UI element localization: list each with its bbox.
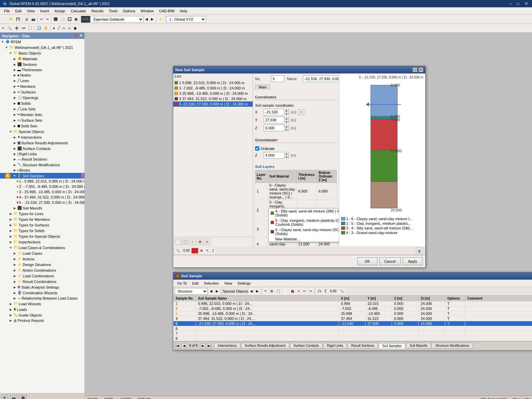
ss-sum-btn[interactable]: Σ	[323, 288, 328, 295]
expand-project[interactable]: ▼	[5, 46, 9, 50]
nav-member-sets[interactable]: ▶ ━ Member Sets	[0, 112, 84, 117]
nav-btn-video[interactable]: 🎥	[19, 395, 27, 399]
btab-structure-mods[interactable]: Structure Modifications	[432, 343, 473, 348]
expand-surfcontacts[interactable]: ▶	[13, 147, 17, 151]
soil-dialog-close-btn[interactable]: ✕	[419, 67, 423, 72]
member-btn[interactable]: ━	[62, 25, 66, 32]
expand-sections[interactable]: ▶	[13, 63, 17, 66]
soil-list-item-2[interactable]: 2 -7.002, -8.485, 0.000 m | Σt : 24.000 …	[173, 85, 253, 91]
ss-spec-prev-btn[interactable]: ◀	[249, 288, 254, 295]
nav-rigid-links[interactable]: ▶ | Rigid Links	[0, 151, 84, 157]
menu-options[interactable]: Options	[120, 8, 138, 14]
ss-row-8[interactable]: 8	[174, 336, 532, 341]
expand-thick[interactable]: ▶	[13, 68, 17, 72]
expand-relationshiplc[interactable]: ▶	[13, 296, 17, 300]
ss-filter-btn[interactable]: ▦	[290, 288, 295, 295]
soil-list-copy-btn[interactable]: 📋	[182, 238, 189, 245]
gz-arrows[interactable]: ▲ ▼	[284, 152, 289, 159]
expand-actions[interactable]: ▶	[13, 257, 17, 261]
nav-surface-results[interactable]: ▶ ▦ Surface Results Adjustments	[0, 140, 84, 146]
apply-button[interactable]: Apply	[403, 257, 423, 265]
soil-list-item-1[interactable]: 1 5.998, 22.015, 0.000 m | Σt : 24.000 m	[173, 80, 253, 85]
ss-menu-settings[interactable]: Settings	[235, 281, 253, 286]
ordinate-checkbox[interactable]	[255, 146, 259, 151]
y-down-btn[interactable]: ▼	[284, 120, 289, 123]
nav-pin-icon[interactable]: 📌	[73, 34, 78, 38]
nav-materials[interactable]: ▶ 🔶 Materials	[0, 56, 84, 62]
gz-up-btn[interactable]: ▲	[284, 152, 289, 155]
cancel-button[interactable]: Cancel	[379, 257, 401, 265]
expand-surfsets[interactable]: ▶	[13, 118, 17, 122]
expand-actioncomb[interactable]: ▶	[13, 268, 17, 272]
cs-dropdown[interactable]: 1 - Global XYZ	[166, 16, 206, 23]
nav-sections[interactable]: ▶ ⬛ Sections	[0, 62, 84, 67]
z-down-btn[interactable]: ▼	[284, 128, 289, 131]
expand-special[interactable]: ▼	[9, 130, 13, 134]
nav-static-analysis[interactable]: ▶ ⚙ Static Analysis Settings	[0, 284, 84, 290]
zoom-btn[interactable]: 🔍	[6, 25, 13, 32]
expand-loadwizards[interactable]: ▶	[9, 302, 13, 306]
expand-surfaces[interactable]: ▶	[13, 90, 17, 94]
ss-undo-btn[interactable]: ↩	[302, 288, 307, 295]
pag-last-btn[interactable]: ▶|	[207, 343, 212, 348]
expand-staticanalysis[interactable]: ▶	[13, 285, 17, 289]
ss-spec-next-btn[interactable]: ▶	[255, 288, 260, 295]
menu-calculate[interactable]: Calculate	[68, 8, 89, 14]
menu-edit[interactable]: Edit	[13, 8, 24, 14]
nav-load-cases-sub[interactable]: ▶ ⚡ Load Cases	[0, 250, 84, 256]
ss-menu-selection[interactable]: Selection	[201, 281, 221, 286]
expand-loadcomb[interactable]: ▶	[13, 274, 17, 278]
soil-list-item-5[interactable]: 5 -21.530, 27.930, 0.000 m | Σt : 24.000…	[173, 101, 253, 107]
expand-printout[interactable]: ▶	[9, 319, 13, 323]
expand-typesmembers[interactable]: ▶	[9, 217, 13, 221]
nav-structure-mods[interactable]: ▶ 🔧 Structure Modifications	[0, 162, 84, 168]
x-cross-btn[interactable]: ✕	[298, 109, 304, 115]
ss-row-4[interactable]: 4 37.464, 31.522, 0.000 m | Σt : 24.... …	[174, 316, 532, 321]
ss-menu-edit[interactable]: Edit	[190, 281, 201, 286]
surface-btn[interactable]: ▭	[66, 25, 72, 32]
ss-row-6[interactable]: 6	[174, 326, 532, 331]
y-up-btn[interactable]: ▲	[284, 117, 289, 120]
nav-surface-sets[interactable]: ▶ ▭ Surface Sets	[0, 117, 84, 123]
expand-rfem[interactable]: ▼	[1, 40, 5, 44]
soil-list-item-3[interactable]: 3 25.998, -13.485, 0.000 m | Σt : 24.000…	[173, 91, 253, 96]
nav-btn-eye[interactable]: 👁	[1, 395, 8, 399]
btab-surface-results[interactable]: Surface Results Adjustment	[241, 343, 289, 348]
expand-guideobj[interactable]: ▶	[9, 313, 13, 317]
expand-loads[interactable]: ▶	[9, 308, 13, 312]
redo-btn[interactable]: ↪	[45, 16, 50, 23]
view-btn2[interactable]: ⬜	[59, 16, 66, 23]
ss-grid-btn[interactable]: ⊞	[269, 288, 274, 295]
nav-nodes[interactable]: ▶ ● Nodes	[0, 72, 84, 78]
dd-item-cm[interactable]: 5 - Clay, inorganic, medium plasticity (…	[269, 218, 339, 227]
nav-special-objects[interactable]: ▼ 📁 Special Objects	[0, 129, 84, 134]
x-arrows[interactable]: ▲ ▼	[284, 109, 289, 115]
nav-lines[interactable]: ▶ ╱ Lines	[0, 78, 84, 83]
x-down-btn[interactable]: ▼	[284, 112, 289, 115]
expand-nodes[interactable]: ▶	[13, 73, 17, 77]
expand-basic[interactable]: ▼	[9, 51, 13, 55]
soil-list-settings-btn[interactable]: ⚙	[197, 238, 203, 245]
name-input[interactable]	[303, 75, 339, 82]
nav-ss-item3[interactable]: ■ 3 - 25.998, -13.485, 0.000 m | Σt : 24…	[0, 189, 84, 195]
no-input[interactable]	[271, 75, 284, 82]
menu-help[interactable]: Help	[177, 8, 190, 14]
expand-solids[interactable]: ▶	[13, 101, 17, 105]
nav-basic-objects[interactable]: ▼ 📁 Basic Objects	[0, 50, 84, 56]
nav-soil-samples[interactable]: ▼ 🗿 Soil Samples A	[0, 173, 84, 179]
select-btn[interactable]: ↖	[1, 25, 6, 32]
lc-dropdown[interactable]: Eigenlast Gebäude	[90, 16, 144, 23]
nav-thicknesses[interactable]: ▶ ▬ Thicknesses	[0, 67, 84, 72]
nav-members[interactable]: ▶ ━ Members	[0, 83, 84, 89]
screenshot-btn[interactable]: 📷	[30, 16, 37, 23]
ss-row-2[interactable]: 2 -7.002, -8.485, 0.000 m | Σt : 24... -…	[174, 306, 532, 311]
btab-soil-massifs[interactable]: Soil Massifs	[406, 343, 431, 348]
menu-view[interactable]: View	[24, 8, 38, 14]
fit-btn[interactable]: ⛶	[27, 25, 33, 32]
nav-solids[interactable]: ▶ ◼ Solids	[0, 100, 84, 106]
nav-btn-camera[interactable]: 📷	[10, 395, 17, 399]
ss-search-btn[interactable]: 🔍	[338, 288, 345, 295]
expand-membersets[interactable]: ▶	[13, 113, 17, 117]
soil-list-delete-btn[interactable]: ✕	[204, 238, 210, 245]
expand-typessolids[interactable]: ▶	[9, 229, 13, 233]
